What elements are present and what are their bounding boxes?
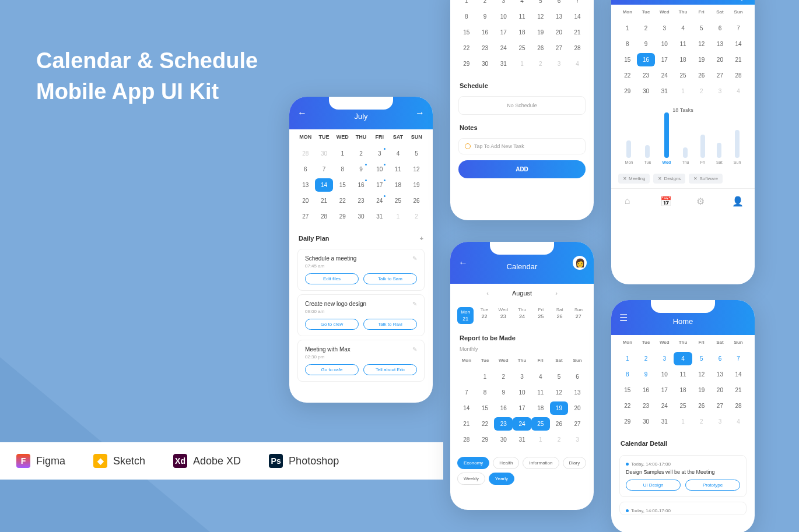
week-day[interactable]: Tue22 [476, 307, 492, 324]
day-cell[interactable]: 3 [568, 433, 587, 446]
day-cell[interactable]: 30 [315, 147, 334, 160]
day-cell[interactable]: 22 [476, 417, 495, 431]
day-cell[interactable]: 8 [333, 163, 352, 176]
day-cell[interactable]: 2 [637, 352, 656, 365]
day-cell[interactable]: 23 [476, 41, 495, 55]
day-cell[interactable]: 27 [296, 210, 315, 223]
day-cell[interactable]: 27 [550, 41, 569, 55]
day-cell[interactable]: 14 [729, 368, 748, 381]
day-cell[interactable]: 17 [513, 401, 531, 415]
chip-health[interactable]: Health [493, 457, 519, 469]
day-cell[interactable]: 9 [494, 386, 513, 399]
plan-card[interactable]: Create new logo design✎ 09:00 am Go to c… [297, 294, 425, 336]
day-cell[interactable]: 24 [513, 417, 531, 431]
next-icon[interactable]: › [555, 290, 558, 297]
day-cell[interactable]: 25 [531, 417, 550, 431]
day-cell[interactable]: 3 [370, 147, 389, 160]
day-cell[interactable]: 12 [531, 10, 550, 23]
day-cell[interactable]: 12 [550, 386, 569, 399]
tag-software[interactable]: ✕Software [689, 174, 723, 184]
day-cell[interactable]: 2 [637, 22, 656, 35]
day-cell[interactable]: 19 [692, 53, 711, 66]
back-icon[interactable]: ← [458, 258, 468, 268]
day-cell[interactable]: 29 [618, 415, 637, 428]
day-cell[interactable]: 28 [457, 433, 476, 446]
day-cell[interactable]: 7 [315, 163, 334, 176]
day-cell[interactable]: 27 [711, 69, 730, 82]
day-cell[interactable]: 9 [476, 10, 495, 23]
tag-designs[interactable]: ✕Designs [653, 174, 685, 184]
day-cell[interactable]: 17 [655, 383, 674, 397]
day-cell[interactable]: 14 [729, 37, 748, 51]
day-cell[interactable]: 3 [655, 22, 674, 35]
day-cell[interactable]: 13 [550, 10, 569, 23]
calendar-icon[interactable]: 📅 [660, 196, 670, 205]
day-cell[interactable]: 22 [618, 399, 637, 413]
day-cell[interactable]: 4 [531, 370, 550, 383]
week-day[interactable]: Sat26 [551, 307, 567, 324]
day-cell[interactable]: 31 [370, 210, 389, 223]
day-cell[interactable]: 30 [637, 84, 656, 98]
day-cell[interactable]: 8 [476, 386, 495, 399]
plan-action[interactable]: Edit files [305, 273, 359, 284]
day-cell[interactable]: 14 [568, 10, 587, 23]
day-cell[interactable]: 16 [637, 53, 656, 66]
day-cell[interactable]: 20 [296, 194, 315, 207]
chip-diary[interactable]: Diary [563, 457, 587, 469]
menu-icon[interactable]: ☰ [619, 312, 628, 323]
day-cell[interactable]: 17 [370, 178, 389, 192]
plan-card[interactable]: Meeting with Max✎ 02:30 pm Go to cafe Te… [297, 340, 425, 382]
day-cell[interactable]: 29 [333, 210, 352, 223]
day-cell[interactable]: 21 [457, 417, 476, 431]
day-cell[interactable]: 28 [729, 69, 748, 82]
day-cell[interactable]: 16 [637, 383, 656, 397]
day-cell[interactable]: 30 [476, 57, 495, 71]
day-cell[interactable]: 3 [513, 370, 531, 383]
plan-action[interactable]: Talk to Ravi [363, 319, 417, 330]
day-cell[interactable]: 24 [494, 41, 513, 55]
day-cell[interactable]: 7 [568, 0, 587, 8]
tag-meeting[interactable]: ✕Meeting [618, 174, 650, 184]
day-cell[interactable]: 30 [352, 210, 370, 223]
day-cell[interactable]: 10 [513, 386, 531, 399]
day-cell[interactable]: 20 [550, 26, 569, 39]
day-cell[interactable]: 5 [531, 0, 550, 8]
day-cell[interactable]: 18 [674, 53, 692, 66]
day-cell[interactable]: 6 [711, 22, 730, 35]
day-cell[interactable]: 18 [531, 401, 550, 415]
day-cell[interactable]: 26 [407, 194, 426, 207]
day-cell[interactable]: 9 [352, 163, 370, 176]
day-cell[interactable]: 18 [389, 178, 408, 192]
day-cell[interactable]: 4 [674, 22, 692, 35]
calendar-grid[interactable]: 1234567891011121314151617181920212223242… [611, 350, 755, 434]
day-cell[interactable]: 15 [457, 26, 476, 39]
avatar[interactable]: 👩 [573, 256, 587, 270]
day-cell[interactable]: 19 [407, 178, 426, 192]
calendar-grid[interactable]: 1234567891011121314151617181920212223242… [611, 19, 755, 104]
day-cell[interactable]: 19 [550, 401, 569, 415]
day-cell[interactable]: 29 [457, 57, 476, 71]
day-cell[interactable]: 2 [494, 370, 513, 383]
day-cell[interactable]: 21 [729, 383, 748, 397]
plan-action[interactable]: Talk to Sam [363, 273, 417, 284]
day-cell[interactable]: 4 [729, 84, 748, 98]
day-cell[interactable]: 28 [729, 399, 748, 413]
day-cell[interactable]: 28 [568, 41, 587, 55]
day-cell[interactable]: 8 [618, 368, 637, 381]
day-cell[interactable]: 31 [494, 57, 513, 71]
day-cell[interactable]: 23 [352, 194, 370, 207]
day-cell[interactable]: 6 [711, 352, 730, 365]
day-cell[interactable]: 25 [674, 69, 692, 82]
add-button[interactable]: ADD [458, 160, 586, 178]
day-cell[interactable]: 20 [711, 53, 730, 66]
day-cell[interactable]: 31 [655, 84, 674, 98]
week-day[interactable]: Mon21 [457, 307, 474, 324]
day-cell[interactable]: 18 [674, 383, 692, 397]
day-cell[interactable]: 6 [568, 370, 587, 383]
day-cell[interactable]: 15 [333, 178, 352, 192]
day-cell[interactable]: 10 [370, 163, 389, 176]
day-cell[interactable]: 5 [692, 352, 711, 365]
day-cell[interactable]: 15 [618, 53, 637, 66]
edit-icon[interactable]: ✎ [412, 346, 417, 353]
day-cell[interactable]: 28 [296, 147, 315, 160]
